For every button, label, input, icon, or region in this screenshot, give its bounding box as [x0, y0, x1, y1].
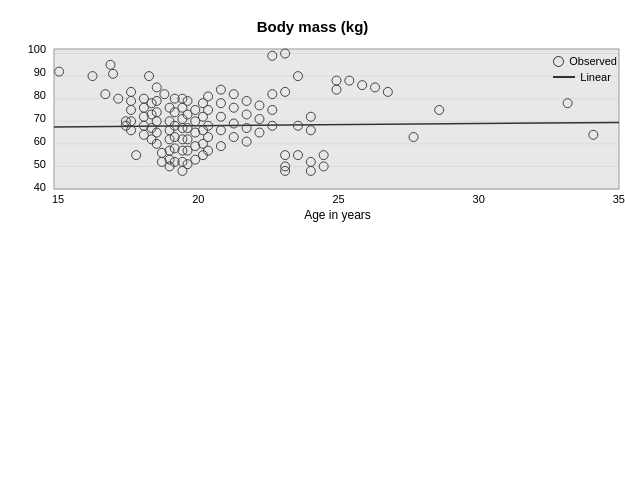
legend-observed-label: Observed [569, 55, 617, 67]
legend-observed-icon [553, 56, 564, 67]
x-ticks: 1520253035 [50, 193, 625, 205]
y-ticks: 100908070605040 [22, 43, 50, 193]
y-tick: 40 [34, 181, 46, 193]
chart-title: Body mass (kg) [257, 18, 369, 35]
x-tick: 25 [332, 193, 344, 205]
x-tick: 35 [613, 193, 625, 205]
svg-rect-0 [54, 49, 619, 189]
chart-body: 100908070605040 1520253035 Age in years … [0, 43, 625, 500]
scatter-plot [50, 43, 625, 193]
legend: Observed Linear [553, 55, 617, 83]
plot-area-wrapper: 100908070605040 1520253035 Age in years [22, 43, 625, 222]
x-tick: 20 [192, 193, 204, 205]
y-tick: 80 [34, 89, 46, 101]
y-tick: 100 [28, 43, 46, 55]
legend-linear-label: Linear [580, 71, 611, 83]
legend-observed: Observed [553, 55, 617, 67]
x-axis-label: Age in years [50, 208, 625, 222]
legend-linear-icon [553, 76, 575, 78]
y-tick: 50 [34, 158, 46, 170]
y-tick: 60 [34, 135, 46, 147]
legend-linear: Linear [553, 71, 617, 83]
chart-container: Body mass (kg) 100908070605040 152025303… [0, 0, 625, 500]
x-tick: 30 [473, 193, 485, 205]
plot-svg-container [50, 43, 625, 193]
y-tick: 90 [34, 66, 46, 78]
x-tick: 15 [52, 193, 64, 205]
y-tick: 70 [34, 112, 46, 124]
plot-and-yaxis: 100908070605040 [22, 43, 625, 193]
